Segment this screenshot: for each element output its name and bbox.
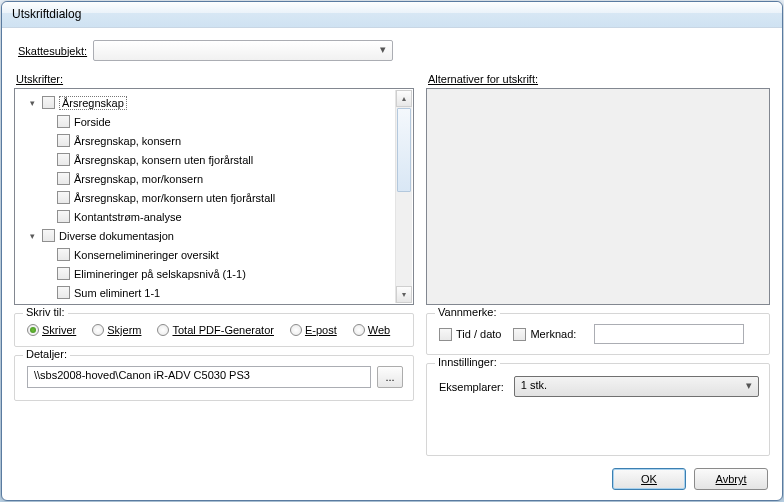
details-group: Detaljer: \\sbs2008-hoved\Canon iR-ADV C… <box>14 355 414 401</box>
radio-label: Web <box>368 324 390 336</box>
checkbox-icon[interactable] <box>42 96 55 109</box>
copies-value: 1 stk. <box>521 379 547 391</box>
tree-item[interactable]: Årsregnskap, mor/konsern uten fjorårstal… <box>21 188 413 207</box>
printouts-tree[interactable]: ▾ÅrsregnskapForsideÅrsregnskap, konsernÅ… <box>14 88 414 305</box>
window-title: Utskriftdialog <box>12 7 81 21</box>
radio-label: E-post <box>305 324 337 336</box>
tree-item[interactable]: Årsregnskap, konsern uten fjorårstall <box>21 150 413 169</box>
checkbox-icon[interactable] <box>57 134 70 147</box>
radio-icon <box>157 324 169 336</box>
tree-item[interactable]: Forside <box>21 112 413 131</box>
radio-icon <box>290 324 302 336</box>
tree-twisty-icon[interactable]: ▾ <box>27 230 38 241</box>
tree-item[interactable]: Sum eliminert 1-1 <box>21 283 413 302</box>
checkbox-icon <box>439 328 452 341</box>
radio-icon <box>353 324 365 336</box>
columns: Utskrifter: ▾ÅrsregnskapForsideÅrsregnsk… <box>14 73 770 456</box>
settings-group: Innstillinger: Eksemplarer: 1 stk. <box>426 363 770 456</box>
radio-icon <box>92 324 104 336</box>
checkbox-icon[interactable] <box>57 191 70 204</box>
radio-skjerm[interactable]: Skjerm <box>92 324 141 336</box>
tree-item-label: Sum eliminert 1-1 <box>74 287 160 299</box>
checkbox-icon[interactable] <box>57 153 70 166</box>
titlebar[interactable]: Utskriftdialog <box>2 2 782 28</box>
subject-combo[interactable] <box>93 40 393 61</box>
radio-label: Skjerm <box>107 324 141 336</box>
scroll-down-button[interactable]: ▾ <box>396 286 412 303</box>
checkbox-icon[interactable] <box>57 210 70 223</box>
tree-item-label: Elimineringer på selskapsnivå (1-1) <box>74 268 246 280</box>
time-date-label: Tid / dato <box>456 328 501 340</box>
tree-item[interactable]: Elimineringer på selskapsnivå (1-1) <box>21 264 413 283</box>
printer-path-field[interactable]: \\sbs2008-hoved\Canon iR-ADV C5030 PS3 <box>27 366 371 388</box>
details-legend: Detaljer: <box>23 348 70 360</box>
note-checkbox[interactable]: Merknad: <box>513 328 576 341</box>
subject-row: Skattesubjekt: <box>18 40 770 61</box>
tree-item-label: Årsregnskap, konsern uten fjorårstall <box>74 154 253 166</box>
client-area: Skattesubjekt: Utskrifter: ▾ÅrsregnskapF… <box>2 28 782 500</box>
printouts-label: Utskrifter: <box>16 73 414 85</box>
checkbox-icon[interactable] <box>57 267 70 280</box>
radio-e-post[interactable]: E-post <box>290 324 337 336</box>
scroll-thumb[interactable] <box>397 108 411 192</box>
cancel-button[interactable]: Avbryt <box>694 468 768 490</box>
right-column: Alternativer for utskrift: Vannmerke: Ti… <box>426 73 770 456</box>
scroll-up-button[interactable]: ▴ <box>396 90 412 107</box>
tree-item[interactable]: ▾Diverse dokumentasjon <box>21 226 413 245</box>
tree-item[interactable]: Kontantstrøm-analyse <box>21 207 413 226</box>
tree-item[interactable]: Årsregnskap, mor/konsern <box>21 169 413 188</box>
radio-total-pdf-generator[interactable]: Total PDF-Generator <box>157 324 273 336</box>
write-to-radios: SkriverSkjermTotal PDF-GeneratorE-postWe… <box>27 324 403 336</box>
tree-item-label: Diverse dokumentasjon <box>59 230 174 242</box>
tree-item-label: Konsernelimineringer oversikt <box>74 249 219 261</box>
checkbox-icon[interactable] <box>57 248 70 261</box>
checkbox-icon[interactable] <box>42 229 55 242</box>
checkbox-icon[interactable] <box>57 115 70 128</box>
watermark-group: Vannmerke: Tid / dato Merknad: <box>426 313 770 355</box>
note-input[interactable] <box>594 324 744 344</box>
checkbox-icon[interactable] <box>57 286 70 299</box>
checkbox-icon <box>513 328 526 341</box>
tree-item[interactable]: ▾Årsregnskap <box>21 93 413 112</box>
print-dialog-window: Utskriftdialog Skattesubjekt: Utskrifter… <box>1 1 783 501</box>
tree-item-label: Årsregnskap, mor/konsern <box>74 173 203 185</box>
tree-scrollbar[interactable]: ▴ ▾ <box>395 90 412 303</box>
ok-button[interactable]: OK <box>612 468 686 490</box>
alternatives-box <box>426 88 770 305</box>
alternatives-label: Alternativer for utskrift: <box>428 73 770 85</box>
radio-icon <box>27 324 39 336</box>
tree-item-label: Kontantstrøm-analyse <box>74 211 182 223</box>
browse-button[interactable]: ... <box>377 366 403 388</box>
time-date-checkbox[interactable]: Tid / dato <box>439 328 501 341</box>
tree-item-label: Forside <box>74 116 111 128</box>
copies-combo[interactable]: 1 stk. <box>514 376 759 397</box>
note-label: Merknad: <box>530 328 576 340</box>
radio-skriver[interactable]: Skriver <box>27 324 76 336</box>
write-to-group: Skriv til: SkriverSkjermTotal PDF-Genera… <box>14 313 414 347</box>
tree-item-label: Årsregnskap <box>59 96 127 110</box>
checkbox-icon[interactable] <box>57 172 70 185</box>
radio-web[interactable]: Web <box>353 324 390 336</box>
tree-item-label: Årsregnskap, mor/konsern uten fjorårstal… <box>74 192 275 204</box>
dialog-footer: OK Avbryt <box>14 464 770 490</box>
copies-label: Eksemplarer: <box>439 381 504 393</box>
radio-label: Skriver <box>42 324 76 336</box>
tree-item-label: Årsregnskap, konsern <box>74 135 181 147</box>
tree-item[interactable]: Årsregnskap, konsern <box>21 131 413 150</box>
subject-label: Skattesubjekt: <box>18 45 87 57</box>
settings-legend: Innstillinger: <box>435 356 500 368</box>
tree-twisty-icon[interactable]: ▾ <box>27 97 38 108</box>
tree-item[interactable]: Konsernelimineringer oversikt <box>21 245 413 264</box>
radio-label: Total PDF-Generator <box>172 324 273 336</box>
write-to-legend: Skriv til: <box>23 306 68 318</box>
left-column: Utskrifter: ▾ÅrsregnskapForsideÅrsregnsk… <box>14 73 414 456</box>
watermark-legend: Vannmerke: <box>435 306 500 318</box>
